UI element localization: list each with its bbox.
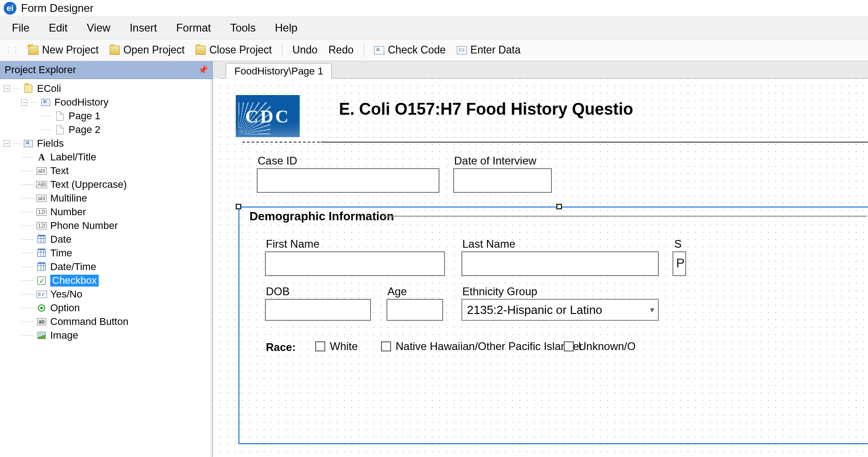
field-type-multiline[interactable]: ⋯⋯ablMultiline <box>4 191 207 205</box>
field-type-phone[interactable]: ⋯⋯12lPhone Number <box>4 219 207 233</box>
selection-handle[interactable] <box>236 204 241 209</box>
tree-page-1[interactable]: ⋯⋯ Page 1 <box>4 109 207 123</box>
enter-data-button[interactable]: Enter Data <box>453 42 524 58</box>
race-unknown-checkbox[interactable]: Unknown/O <box>564 340 635 353</box>
tree-project-label: EColi <box>37 83 61 95</box>
date-interview-label[interactable]: Date of Interview <box>454 154 536 167</box>
tree-page-2[interactable]: ⋯⋯ Page 2 <box>4 123 207 137</box>
close-project-icon <box>196 46 206 55</box>
collapse-icon[interactable]: − <box>4 140 10 147</box>
demographic-title[interactable]: Demographic Information <box>247 209 397 223</box>
menu-tools[interactable]: Tools <box>230 21 256 34</box>
close-project-label: Close Project <box>209 44 272 56</box>
cdc-logo: CDC <box>236 95 300 137</box>
tree-page-label: Page 1 <box>69 110 101 122</box>
menu-file[interactable]: File <box>12 21 30 34</box>
new-project-label: New Project <box>42 44 99 56</box>
collapse-icon[interactable]: − <box>21 99 27 106</box>
toolbar-separator <box>364 43 364 57</box>
field-type-label: Number <box>50 206 86 218</box>
group-divider <box>383 216 867 217</box>
close-project-button[interactable]: Close Project <box>192 42 275 58</box>
field-type-label: Multiline <box>50 192 87 204</box>
field-type-label: Label/Title <box>50 151 96 163</box>
menu-edit[interactable]: Edit <box>49 21 68 34</box>
collapse-icon[interactable]: − <box>4 85 10 92</box>
field-type-image[interactable]: ⋯⋯Image <box>4 329 207 342</box>
toolbar: ⋮⋮ New Project Open Project Close Projec… <box>0 39 868 61</box>
selection-handle[interactable] <box>556 204 562 209</box>
date-interview-field[interactable] <box>453 168 552 193</box>
tree-page-label: Page 2 <box>69 124 101 136</box>
field-type-text[interactable]: ⋯⋯ablText <box>4 164 207 178</box>
open-project-button[interactable]: Open Project <box>106 42 188 58</box>
menu-insert[interactable]: Insert <box>130 21 157 34</box>
field-type-date[interactable]: ⋯⋯Date <box>4 233 207 246</box>
pin-icon[interactable]: 📌 <box>198 65 208 75</box>
page-icon <box>56 125 64 134</box>
option-icon <box>38 304 45 312</box>
redo-button[interactable]: Redo <box>325 42 357 58</box>
form-title-label[interactable]: E. Coli O157:H7 Food History Questio <box>339 100 633 119</box>
design-canvas[interactable]: CDC E. Coli O157:H7 Food History Questio… <box>213 79 868 457</box>
field-type-option[interactable]: ⋯⋯Option <box>4 301 207 315</box>
tree-form-label: FoodHistory <box>54 96 109 108</box>
menu-view[interactable]: View <box>87 21 111 34</box>
enter-data-icon <box>457 46 467 54</box>
checkbox-icon <box>564 341 574 351</box>
field-type-label[interactable]: ⋯⋯ALabel/Title <box>4 150 207 164</box>
database-icon <box>24 85 32 93</box>
last-name-field[interactable] <box>461 251 659 276</box>
truncated-s-label[interactable]: S <box>674 238 682 250</box>
tab-page[interactable]: FoodHistory\Page 1 <box>226 63 332 79</box>
project-tree: − ⋯ EColi − ⋯ FoodHistory ⋯⋯ Page 1 <box>0 79 212 457</box>
phone-icon: 12l <box>37 222 47 229</box>
menu-format[interactable]: Format <box>176 21 211 34</box>
field-type-command[interactable]: ⋯⋯abCommand Button <box>4 315 207 329</box>
field-type-checkbox[interactable]: ⋯⋯✓Checkbox <box>4 274 207 287</box>
field-type-yesno[interactable]: ⋯⋯≡✓Yes/No <box>4 287 207 301</box>
field-type-label: Date/Time <box>50 261 96 273</box>
redo-label: Redo <box>328 44 354 56</box>
race-nhpi-checkbox[interactable]: Native Hawaiian/Other Pacific Islander <box>381 340 583 353</box>
tree-form[interactable]: − ⋯ FoodHistory <box>4 96 207 109</box>
field-type-datetime[interactable]: ⋯⋯Date/Time <box>4 260 207 274</box>
datetime-icon <box>37 263 46 271</box>
title-bar: ei Form Designer <box>0 0 868 16</box>
check-code-button[interactable]: Check Code <box>370 42 450 58</box>
undo-button[interactable]: Undo <box>289 42 321 58</box>
tree-fields[interactable]: − ⋯ Fields <box>4 137 207 150</box>
dob-field[interactable] <box>265 299 371 321</box>
race-white-checkbox[interactable]: White <box>315 340 358 353</box>
race-label[interactable]: Race: <box>266 341 296 354</box>
age-label[interactable]: Age <box>387 285 407 298</box>
case-id-field[interactable] <box>257 168 439 193</box>
divider <box>242 142 320 143</box>
first-name-field[interactable] <box>265 251 445 276</box>
field-type-text_upper[interactable]: ⋯⋯ABlText (Uppercase) <box>4 178 207 191</box>
field-type-label: Yes/No <box>50 288 82 300</box>
form-icon <box>41 99 50 106</box>
field-type-number[interactable]: ⋯⋯12lNumber <box>4 205 207 219</box>
last-name-label[interactable]: Last Name <box>462 238 515 250</box>
field-type-label: Command Button <box>50 316 128 328</box>
check-code-label: Check Code <box>388 44 446 56</box>
tree-project[interactable]: − ⋯ EColi <box>4 82 207 96</box>
menu-help[interactable]: Help <box>275 21 297 34</box>
demographic-group[interactable] <box>238 207 868 444</box>
app-icon: ei <box>4 2 16 15</box>
tab-strip: FoodHistory\Page 1 <box>213 61 868 79</box>
ethnicity-label[interactable]: Ethnicity Group <box>462 285 537 298</box>
field-type-time[interactable]: ⋯⋯Time <box>4 246 207 260</box>
ethnicity-dropdown[interactable]: 2135:2-Hispanic or Latino ▾ <box>461 299 659 321</box>
first-name-label[interactable]: First Name <box>266 238 319 250</box>
page-icon <box>56 112 64 121</box>
case-id-label[interactable]: Case ID <box>258 154 297 167</box>
age-field[interactable] <box>386 299 443 321</box>
field-type-label: Text <box>50 165 69 177</box>
dob-label[interactable]: DOB <box>266 285 290 298</box>
time-icon <box>37 250 46 257</box>
number-icon: 12l <box>37 208 47 216</box>
new-project-button[interactable]: New Project <box>25 42 102 58</box>
field-type-label: Option <box>50 302 80 314</box>
